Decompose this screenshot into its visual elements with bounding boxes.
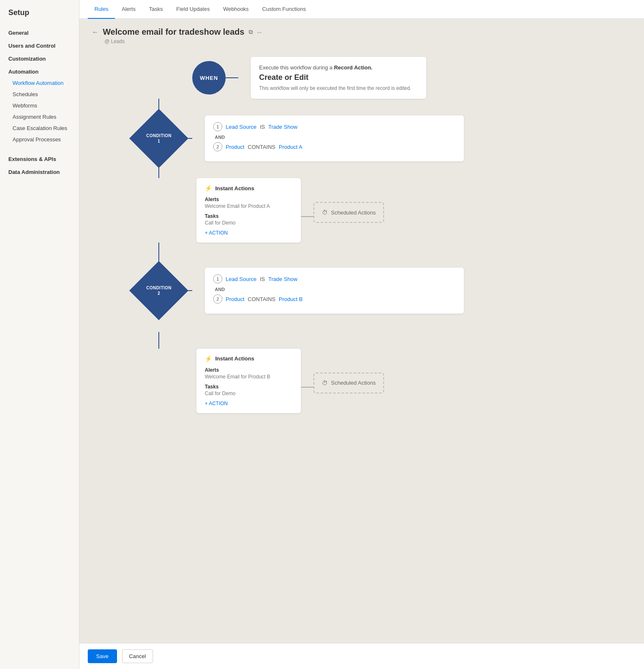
workflow-content: ← Welcome email for tradeshow leads ⧉ ··… bbox=[79, 19, 644, 643]
h-connector-actions-2 bbox=[301, 387, 313, 388]
condition1-card: 1 Lead Source IS Trade Show AND 2 Produc… bbox=[205, 115, 464, 161]
when-row: WHEN Execute this workflow during a Reco… bbox=[92, 57, 631, 99]
tab-custom-functions[interactable]: Custom Functions bbox=[255, 0, 313, 19]
add-action-link-1[interactable]: + ACTION bbox=[205, 230, 293, 236]
sched-icon-1: ⏱ bbox=[322, 209, 328, 216]
when-sub-text: This workflow will only be executed the … bbox=[259, 85, 418, 91]
add-action-link-2[interactable]: + ACTION bbox=[205, 401, 293, 406]
condition1-label: CONDITION 1 bbox=[146, 133, 172, 144]
page-title: Welcome email for tradeshow leads bbox=[103, 27, 244, 37]
sidebar: Setup General Users and Control Customiz… bbox=[0, 0, 79, 669]
execute-text: Execute this workflow during a Record Ac… bbox=[259, 64, 418, 71]
instant-actions-header-1: ⚡ Instant Actions bbox=[205, 185, 293, 192]
actions-row-2: ⚡ Instant Actions Alerts Welcome Email f… bbox=[196, 349, 384, 413]
alerts-label-1: Alerts bbox=[205, 197, 293, 202]
condition2-row1: 1 Lead Source IS Trade Show bbox=[213, 274, 456, 283]
condition2-card: 1 Lead Source IS Trade Show AND 2 Produc… bbox=[205, 268, 464, 314]
instant-actions-card-2[interactable]: ⚡ Instant Actions Alerts Welcome Email f… bbox=[196, 349, 301, 413]
cancel-button[interactable]: Cancel bbox=[122, 649, 153, 663]
lightning-icon-1: ⚡ bbox=[205, 185, 212, 192]
tab-tasks[interactable]: Tasks bbox=[142, 0, 169, 19]
more-options-icon[interactable]: ··· bbox=[257, 29, 262, 36]
sidebar-item-webforms[interactable]: Webforms bbox=[0, 100, 79, 111]
condition1-diamond[interactable]: CONDITION 1 bbox=[129, 109, 188, 168]
tasks-label-2: Tasks bbox=[205, 384, 293, 390]
condition1-row1: 1 Lead Source IS Trade Show bbox=[213, 122, 456, 131]
v-line-c2-actions bbox=[158, 332, 159, 349]
page-subtitle: @ Leads bbox=[104, 38, 631, 44]
alerts-label-2: Alerts bbox=[205, 367, 293, 373]
sidebar-item-users-control[interactable]: Users and Control bbox=[0, 38, 79, 51]
when-card: Execute this workflow during a Record Ac… bbox=[251, 57, 426, 99]
sidebar-item-data-admin[interactable]: Data Administration bbox=[0, 165, 79, 178]
tab-webhooks[interactable]: Webhooks bbox=[216, 0, 255, 19]
condition1-row: CONDITION 1 1 Lead Source IS Trade Show … bbox=[92, 115, 631, 161]
condition2-diamond[interactable]: CONDITION 2 bbox=[129, 261, 188, 320]
tab-rules[interactable]: Rules bbox=[88, 0, 115, 19]
condition2-label: CONDITION 2 bbox=[146, 285, 172, 296]
scheduled-actions-card-2[interactable]: ⏱ Scheduled Actions bbox=[313, 373, 384, 393]
sidebar-item-workflow-automation[interactable]: Workflow Automation bbox=[0, 77, 79, 89]
tasks-value-2: Call for Demo bbox=[205, 391, 293, 396]
sidebar-item-case-escalation[interactable]: Case Escalation Rules bbox=[0, 123, 79, 134]
alerts-value-2: Welcome Email for Product B bbox=[205, 374, 293, 380]
save-button[interactable]: Save bbox=[88, 649, 117, 663]
sidebar-item-assignment-rules[interactable]: Assignment Rules bbox=[0, 111, 79, 123]
sched-icon-2: ⏱ bbox=[322, 380, 328, 386]
lightning-icon-2: ⚡ bbox=[205, 355, 212, 362]
condition1-row2: 2 Product CONTAINS Product A bbox=[213, 142, 456, 151]
actions-row-1: ⚡ Instant Actions Alerts Welcome Email f… bbox=[196, 178, 384, 243]
back-button[interactable]: ← bbox=[92, 28, 99, 36]
alerts-value-1: Welcome Email for Product A bbox=[205, 203, 293, 209]
sidebar-item-automation[interactable]: Automation bbox=[0, 64, 79, 77]
tab-alerts[interactable]: Alerts bbox=[115, 0, 142, 19]
condition2-row2: 2 Product CONTAINS Product B bbox=[213, 294, 456, 304]
execute-bold: Record Action. bbox=[334, 64, 372, 71]
bottom-bar: Save Cancel bbox=[79, 643, 644, 669]
tab-bar: Rules Alerts Tasks Field Updates Webhook… bbox=[79, 0, 644, 19]
action-title: Create or Edit bbox=[259, 73, 418, 82]
sidebar-item-general[interactable]: General bbox=[0, 26, 79, 38]
workflow-canvas: WHEN Execute this workflow during a Reco… bbox=[92, 53, 631, 417]
app-title: Setup bbox=[0, 8, 79, 26]
clone-icon[interactable]: ⧉ bbox=[249, 28, 253, 36]
sidebar-item-customization[interactable]: Customization bbox=[0, 51, 79, 64]
sidebar-item-schedules[interactable]: Schedules bbox=[0, 89, 79, 100]
when-h-connector bbox=[226, 77, 238, 78]
scheduled-actions-card-1[interactable]: ⏱ Scheduled Actions bbox=[313, 202, 384, 223]
when-node[interactable]: WHEN bbox=[192, 61, 226, 94]
h-connector-actions-1 bbox=[301, 216, 313, 217]
main-area: Rules Alerts Tasks Field Updates Webhook… bbox=[79, 0, 644, 669]
sidebar-item-approval-processes[interactable]: Approval Processes bbox=[0, 134, 79, 145]
page-header: ← Welcome email for tradeshow leads ⧉ ··… bbox=[92, 27, 631, 37]
tasks-label-1: Tasks bbox=[205, 213, 293, 219]
instant-actions-header-2: ⚡ Instant Actions bbox=[205, 355, 293, 362]
instant-actions-card-1[interactable]: ⚡ Instant Actions Alerts Welcome Email f… bbox=[196, 178, 301, 243]
sidebar-item-extensions-apis[interactable]: Extensions & APIs bbox=[0, 152, 79, 165]
tasks-value-1: Call for Demo bbox=[205, 220, 293, 226]
tab-field-updates[interactable]: Field Updates bbox=[170, 0, 216, 19]
